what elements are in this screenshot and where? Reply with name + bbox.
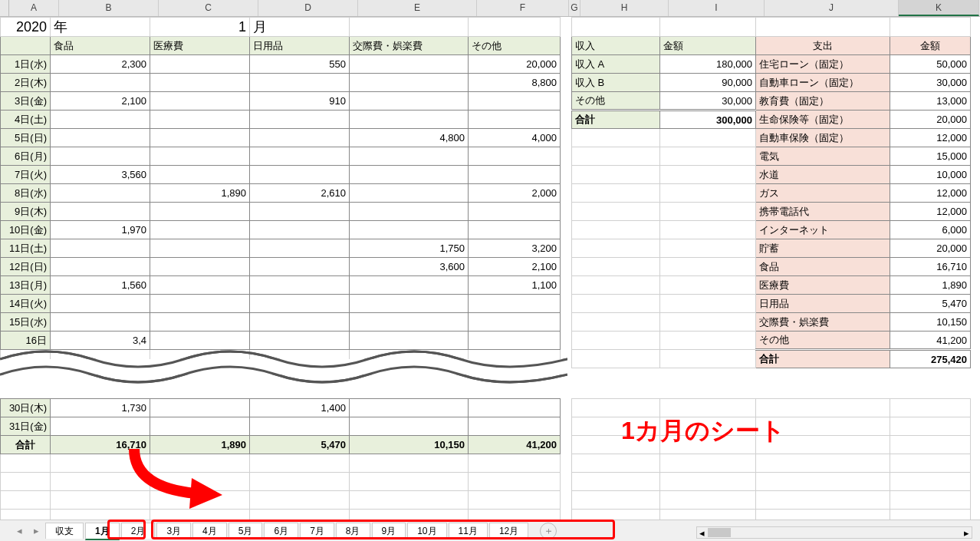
income-row-label[interactable]: その他 [572,92,660,111]
expense-cell[interactable] [469,203,561,221]
expense-cell[interactable] [469,92,561,111]
expense-cell[interactable]: 1,560 [51,276,150,295]
outgo-row-label[interactable]: ガス [756,184,890,203]
expense-cell[interactable] [469,295,561,313]
expense-cell[interactable]: 2,610 [250,184,350,203]
outgo-row-label[interactable]: インターネット [756,221,890,239]
outgo-value[interactable]: 50,000 [890,55,971,74]
expense-cell[interactable] [350,203,469,221]
expense-cell[interactable] [150,276,250,295]
expense-cell[interactable] [250,313,350,332]
outgo-row-label[interactable]: 交際費・娯楽費 [756,313,890,332]
outgo-value[interactable]: 15,000 [890,147,971,166]
outgo-value[interactable]: 10,150 [890,313,971,332]
expense-cell[interactable] [250,417,350,436]
col-header-D[interactable]: D [258,0,358,16]
outgo-value[interactable]: 12,000 [890,184,971,203]
outgo-value[interactable]: 41,200 [890,332,971,350]
expense-cell[interactable]: 910 [250,92,350,111]
outgo-row-label[interactable]: 医療費 [756,276,890,295]
col-header-I[interactable]: I [669,0,765,16]
expense-header[interactable]: 医療費 [150,37,250,55]
expense-cell[interactable] [51,111,150,129]
day-label[interactable]: 6日(月) [1,147,51,166]
outgo-row-label[interactable]: 貯蓄 [756,239,890,258]
expense-cell[interactable]: 20,000 [469,55,561,74]
horizontal-scrollbar[interactable]: ◂▸ [696,526,972,539]
income-row-label[interactable]: 収入 A [572,55,660,74]
col-header-H[interactable]: H [580,0,669,16]
income-header[interactable]: 収入 [572,37,660,55]
outgo-row-label[interactable]: 携帯電話代 [756,203,890,221]
outgo-value[interactable]: 20,000 [890,111,971,129]
expense-header[interactable]: 食品 [51,37,150,55]
outgo-value[interactable]: 20,000 [890,239,971,258]
day-label[interactable]: 1日(水) [1,55,51,74]
expense-cell[interactable] [350,221,469,239]
outgo-row-label[interactable]: 住宅ローン（固定） [756,55,890,74]
tab-scroll-first[interactable]: ◂ [12,524,26,538]
outgo-row-label[interactable]: 自動車保険（固定） [756,129,890,147]
expense-cell[interactable]: 8,800 [469,74,561,92]
outgo-row-label[interactable]: 食品 [756,258,890,276]
expense-header[interactable]: 日用品 [250,37,350,55]
expense-cell[interactable] [150,92,250,111]
expense-cell[interactable] [51,295,150,313]
expense-cell[interactable] [150,129,250,147]
expense-cell[interactable] [469,332,561,350]
expense-cell[interactable] [250,166,350,184]
expense-cell[interactable]: 3,560 [51,166,150,184]
expense-cell[interactable]: 1,750 [350,239,469,258]
expense-cell[interactable] [250,111,350,129]
expense-cell[interactable]: 1,970 [51,221,150,239]
year-label[interactable]: 年 [51,18,150,37]
expense-cell[interactable] [150,55,250,74]
income-row-label[interactable]: 収入 B [572,74,660,92]
year-cell[interactable]: 2020 [1,18,51,37]
expense-cell[interactable] [350,55,469,74]
outgo-value[interactable]: 12,000 [890,203,971,221]
total-label[interactable]: 合計 [1,436,51,454]
expense-cell[interactable] [469,313,561,332]
outgo-header[interactable]: 支出 [756,37,890,55]
expense-cell[interactable]: 4,800 [350,129,469,147]
expense-cell[interactable] [250,221,350,239]
outgo-value[interactable]: 13,000 [890,92,971,111]
day-label[interactable]: 5日(日) [1,129,51,147]
day-label[interactable]: 9日(木) [1,203,51,221]
expense-cell[interactable]: 1,400 [250,399,350,417]
expense-cell[interactable] [150,74,250,92]
expense-cell[interactable] [469,111,561,129]
month-cell[interactable]: 1 [150,18,250,37]
day-label[interactable]: 11日(土) [1,239,51,258]
outgo-row-label[interactable]: 電気 [756,147,890,166]
income-total-value[interactable]: 300,000 [660,111,756,129]
expense-cell[interactable] [250,74,350,92]
expense-cell[interactable]: 2,100 [51,92,150,111]
expense-cell[interactable] [150,258,250,276]
expense-cell[interactable] [150,147,250,166]
expense-cell[interactable]: 3,200 [469,239,561,258]
outgo-row-label[interactable]: 日用品 [756,295,890,313]
outgo-total-label[interactable]: 合計 [756,350,890,368]
expense-header[interactable]: 交際費・娯楽費 [350,37,469,55]
day-label[interactable]: 16日 [1,332,51,350]
expense-cell[interactable] [350,166,469,184]
outgo-row-label[interactable]: 自動車ローン（固定） [756,74,890,92]
outgo-value[interactable]: 12,000 [890,129,971,147]
day-label[interactable]: 7日(火) [1,166,51,184]
expense-cell[interactable] [250,276,350,295]
day-label[interactable]: 30日(木) [1,399,51,417]
total-value[interactable]: 41,200 [469,436,561,454]
expense-cell[interactable]: 1,100 [469,276,561,295]
expense-cell[interactable] [150,417,250,436]
expense-cell[interactable] [51,203,150,221]
expense-header[interactable]: その他 [469,37,561,55]
expense-cell[interactable] [250,258,350,276]
expense-cell[interactable] [51,74,150,92]
expense-cell[interactable] [469,166,561,184]
expense-cell[interactable] [350,295,469,313]
outgo-value[interactable]: 1,890 [890,276,971,295]
col-header-K[interactable]: K [899,0,979,16]
col-header-J[interactable]: J [765,0,899,16]
